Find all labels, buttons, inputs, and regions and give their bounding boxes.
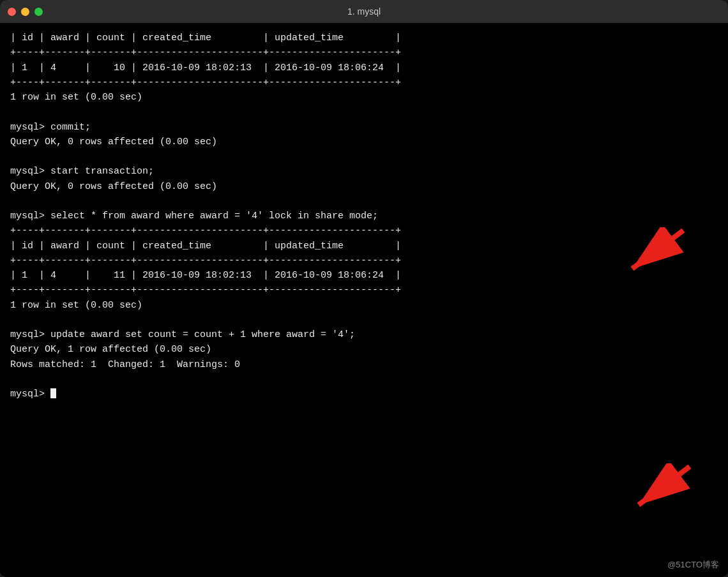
svg-line-1 xyxy=(632,230,683,269)
terminal-window: 1. mysql | id | award | count | created_… xyxy=(0,0,728,577)
terminal-body[interactable]: | id | award | count | created_time | up… xyxy=(0,23,728,577)
traffic-lights xyxy=(8,8,43,16)
terminal-output: | id | award | count | created_time | up… xyxy=(10,31,718,401)
close-button[interactable] xyxy=(8,8,16,16)
arrow1-icon xyxy=(613,227,690,278)
titlebar: 1. mysql xyxy=(0,0,728,23)
arrow2-icon xyxy=(619,463,696,514)
arrow2-container xyxy=(619,463,696,518)
svg-line-3 xyxy=(639,467,690,505)
window-title: 1. mysql xyxy=(347,6,381,17)
maximize-button[interactable] xyxy=(34,8,43,16)
arrow1-container xyxy=(613,227,690,281)
watermark: @51CTO博客 xyxy=(667,559,719,571)
minimize-button[interactable] xyxy=(21,8,29,16)
